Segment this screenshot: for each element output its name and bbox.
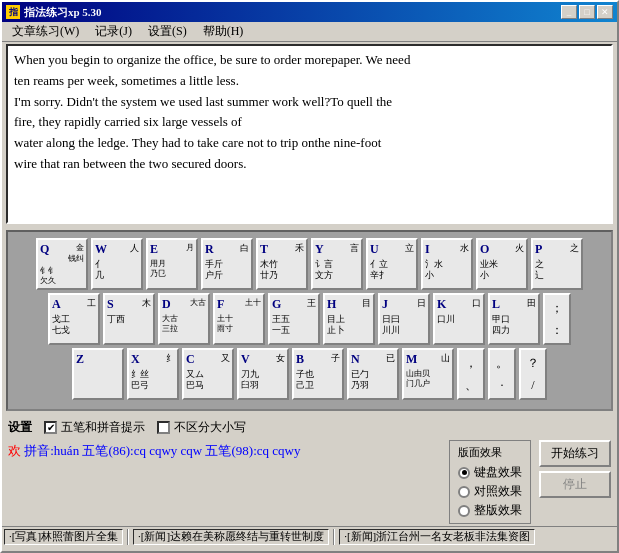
menu-help[interactable]: 帮助(H) bbox=[195, 21, 252, 42]
key-s[interactable]: S木 丁西 bbox=[103, 293, 155, 345]
key-o[interactable]: O火 业米小 bbox=[476, 238, 528, 290]
key-y[interactable]: Y言 讠言文方 bbox=[311, 238, 363, 290]
status-text-2: ·[新闻]达赖在美称愿终结与重转世制度 bbox=[138, 529, 324, 544]
status-item-1: ·[写真]林照蕾图片全集 bbox=[4, 529, 123, 545]
key-semicolon[interactable]: ； ： bbox=[543, 293, 571, 345]
keyboard-row-3: Z X纟 纟丝巴弓 C又 又ム巴马 V女 刀九臼羽 B子 子也己卫 bbox=[14, 348, 605, 400]
app-icon: 指 bbox=[6, 5, 20, 19]
main-window: 指 指法练习xp 5.30 _ □ ✕ 文章练习(W) 记录(J) 设置(S) … bbox=[0, 0, 619, 553]
case-insensitive-checkbox[interactable] bbox=[157, 421, 170, 434]
key-r[interactable]: R白 手斤户斤 bbox=[201, 238, 253, 290]
settings-label: 设置 bbox=[8, 419, 32, 436]
key-m[interactable]: M山 山由贝门几户 bbox=[402, 348, 454, 400]
radio-full-effect[interactable]: 整版效果 bbox=[458, 502, 522, 519]
key-p[interactable]: P之 之辶 bbox=[531, 238, 583, 290]
status-separator-1 bbox=[127, 529, 129, 545]
checkbox-group-2: 不区分大小写 bbox=[157, 419, 246, 436]
key-q[interactable]: Q金钱纠 钅钅欠久 bbox=[36, 238, 88, 290]
radio-full-label: 整版效果 bbox=[474, 502, 522, 519]
key-f[interactable]: F土十 土十雨寸 bbox=[213, 293, 265, 345]
status-item-2: ·[新闻]达赖在美称愿终结与重转世制度 bbox=[133, 529, 329, 545]
keyboard-row-2: A工 戈工七戈 S木 丁西 D大古 大古三拉 F土十 土十雨寸 G王 王五一 bbox=[14, 293, 605, 345]
text-line-6: wire that ran between the two secured do… bbox=[14, 154, 605, 175]
key-w[interactable]: W人 亻几 bbox=[91, 238, 143, 290]
radio-keyboard-effect[interactable]: 键盘效果 bbox=[458, 464, 522, 481]
text-line-1: When you begin to organize the office, b… bbox=[14, 50, 605, 71]
key-d[interactable]: D大古 大古三拉 bbox=[158, 293, 210, 345]
title-bar-left: 指 指法练习xp 5.30 bbox=[6, 5, 102, 20]
key-question[interactable]: ？ / bbox=[519, 348, 547, 400]
key-v[interactable]: V女 刀九臼羽 bbox=[237, 348, 289, 400]
settings-left: 欢 拼音:huán 五笔(86):cq cqwy cqw 五笔(98):cq c… bbox=[8, 440, 441, 460]
key-e[interactable]: E月 用月乃㔾 bbox=[146, 238, 198, 290]
case-insensitive-label: 不区分大小写 bbox=[174, 419, 246, 436]
pinyin-content: 拼音:huán 五笔(86):cq cqwy cqw 五笔(98):cq cqw… bbox=[24, 443, 300, 458]
keyboard-section: Q金钱纠 钅钅欠久 W人 亻几 E月 用月乃㔾 R白 手斤户斤 T禾 木竹廿 bbox=[2, 226, 617, 415]
stop-button[interactable]: 停止 bbox=[539, 471, 611, 498]
text-line-5: water along the ledge. They had to take … bbox=[14, 133, 605, 154]
radio-contrast-icon[interactable] bbox=[458, 486, 470, 498]
text-line-2: ten reams per week, sometimes a little l… bbox=[14, 71, 605, 92]
key-l[interactable]: L田 甲口四力 bbox=[488, 293, 540, 345]
key-b[interactable]: B子 子也己卫 bbox=[292, 348, 344, 400]
key-comma[interactable]: ， 、 bbox=[457, 348, 485, 400]
settings-main: 欢 拼音:huán 五笔(86):cq cqwy cqw 五笔(98):cq c… bbox=[8, 440, 611, 524]
settings-right: 版面效果 键盘效果 对照效果 bbox=[449, 440, 611, 524]
status-text-3: ·[新闻]浙江台州一名女老板非法集资图 bbox=[344, 529, 530, 544]
radio-keyboard-icon[interactable] bbox=[458, 467, 470, 479]
status-item-3: ·[新闻]浙江台州一名女老板非法集资图 bbox=[339, 529, 535, 545]
key-z[interactable]: Z bbox=[72, 348, 124, 400]
start-button[interactable]: 开始练习 bbox=[539, 440, 611, 467]
title-controls: _ □ ✕ bbox=[561, 5, 613, 19]
key-u[interactable]: U立 亻立辛扌 bbox=[366, 238, 418, 290]
key-c[interactable]: C又 又ム巴马 bbox=[182, 348, 234, 400]
wubi-pinyin-label: 五笔和拼音提示 bbox=[61, 419, 145, 436]
text-line-3: I'm sorry. Didn't the system we used las… bbox=[14, 92, 605, 113]
menu-article[interactable]: 文章练习(W) bbox=[4, 21, 87, 42]
status-bar: ·[写真]林照蕾图片全集 ·[新闻]达赖在美称愿终结与重转世制度 ·[新闻]浙江… bbox=[2, 526, 617, 546]
pinyin-line: 欢 拼音:huán 五笔(86):cq cqwy cqw 五笔(98):cq c… bbox=[8, 442, 441, 460]
key-t[interactable]: T禾 木竹廿乃 bbox=[256, 238, 308, 290]
key-g[interactable]: G王 王五一五 bbox=[268, 293, 320, 345]
status-separator-2 bbox=[333, 529, 335, 545]
window-title: 指法练习xp 5.30 bbox=[24, 5, 102, 20]
key-i[interactable]: I水 氵水小 bbox=[421, 238, 473, 290]
settings-row: 设置 ✔ 五笔和拼音提示 不区分大小写 bbox=[8, 419, 611, 436]
radio-group: 键盘效果 对照效果 整版效果 bbox=[458, 464, 522, 519]
key-j[interactable]: J日 日曰川川 bbox=[378, 293, 430, 345]
effects-title: 版面效果 bbox=[458, 445, 522, 460]
text-line-4: fire, they rapidly carried six large ves… bbox=[14, 112, 605, 133]
key-n[interactable]: N已 已勹乃羽 bbox=[347, 348, 399, 400]
keyboard-background: Q金钱纠 钅钅欠久 W人 亻几 E月 用月乃㔾 R白 手斤户斤 T禾 木竹廿 bbox=[6, 230, 613, 411]
menu-settings[interactable]: 设置(S) bbox=[140, 21, 195, 42]
radio-keyboard-label: 键盘效果 bbox=[474, 464, 522, 481]
radio-contrast-effect[interactable]: 对照效果 bbox=[458, 483, 522, 500]
key-x[interactable]: X纟 纟丝巴弓 bbox=[127, 348, 179, 400]
radio-contrast-label: 对照效果 bbox=[474, 483, 522, 500]
maximize-button[interactable]: □ bbox=[579, 5, 595, 19]
menu-record[interactable]: 记录(J) bbox=[87, 21, 140, 42]
key-k[interactable]: K口 口川 bbox=[433, 293, 485, 345]
key-a[interactable]: A工 戈工七戈 bbox=[48, 293, 100, 345]
title-bar: 指 指法练习xp 5.30 _ □ ✕ bbox=[2, 2, 617, 22]
practice-text-area: When you begin to organize the office, b… bbox=[6, 44, 613, 224]
pinyin-prefix: 欢 bbox=[8, 443, 24, 458]
buttons-group: 开始练习 停止 bbox=[539, 440, 611, 498]
checkbox-group-1: ✔ 五笔和拼音提示 bbox=[44, 419, 145, 436]
effects-group: 版面效果 键盘效果 对照效果 bbox=[449, 440, 531, 524]
menu-bar: 文章练习(W) 记录(J) 设置(S) 帮助(H) bbox=[2, 22, 617, 42]
wubi-pinyin-checkbox[interactable]: ✔ bbox=[44, 421, 57, 434]
key-h[interactable]: H目 目上止卜 bbox=[323, 293, 375, 345]
keyboard-row-1: Q金钱纠 钅钅欠久 W人 亻几 E月 用月乃㔾 R白 手斤户斤 T禾 木竹廿 bbox=[14, 238, 605, 290]
settings-area: 设置 ✔ 五笔和拼音提示 不区分大小写 欢 拼音:huán 五笔(86):cq … bbox=[2, 415, 617, 526]
status-text-1: ·[写真]林照蕾图片全集 bbox=[9, 529, 118, 544]
key-period[interactable]: 。 · bbox=[488, 348, 516, 400]
radio-full-icon[interactable] bbox=[458, 505, 470, 517]
minimize-button[interactable]: _ bbox=[561, 5, 577, 19]
close-button[interactable]: ✕ bbox=[597, 5, 613, 19]
